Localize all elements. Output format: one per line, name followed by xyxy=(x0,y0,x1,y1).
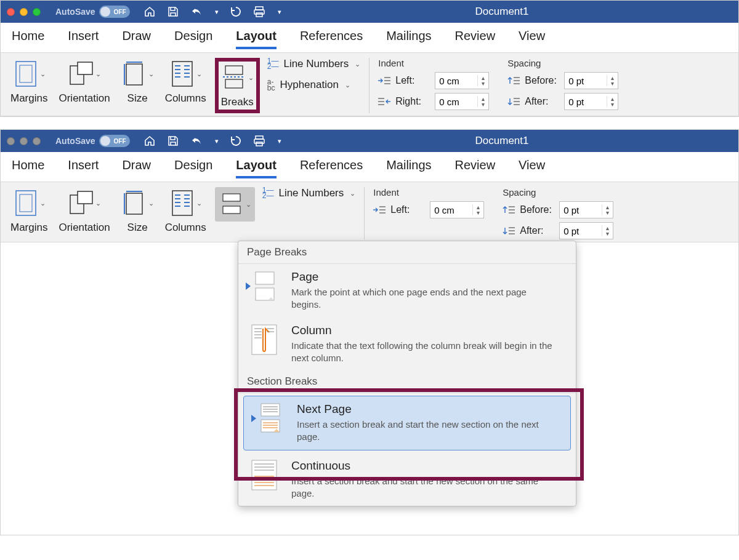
minimize-window-button[interactable] xyxy=(20,8,28,16)
page-breaks-header: Page Breaks xyxy=(238,241,576,264)
indent-right-input[interactable]: ▴▾ xyxy=(435,93,489,110)
margins-button[interactable]: ⌄ Margins xyxy=(8,58,50,106)
size-button[interactable]: ⌄ Size xyxy=(119,58,156,106)
tab-view[interactable]: View xyxy=(519,29,545,47)
tab-view[interactable]: View xyxy=(519,158,545,176)
undo-icon[interactable] xyxy=(190,6,203,18)
hyphenation-icon: a-bc xyxy=(267,79,275,91)
close-window-button[interactable] xyxy=(7,8,15,16)
tab-mailings[interactable]: Mailings xyxy=(386,29,431,47)
tab-review[interactable]: Review xyxy=(455,29,496,47)
indent-left-input[interactable]: ▴▾ xyxy=(430,201,484,218)
line-numbers-button[interactable]: 1—2— Line Numbers ⌄ xyxy=(262,187,356,199)
home-icon[interactable] xyxy=(143,6,156,18)
spacing-before-input[interactable]: ▴▾ xyxy=(559,201,613,218)
indent-left-icon xyxy=(378,76,390,86)
chevron-down-icon: ⌄ xyxy=(196,70,202,78)
tab-review[interactable]: Review xyxy=(455,158,496,176)
break-page-desc: Mark the point at which one page ends an… xyxy=(291,286,556,311)
separator xyxy=(364,187,365,239)
margins-button[interactable]: ⌄ Margins xyxy=(8,187,50,235)
chevron-down-icon: ⌄ xyxy=(95,199,101,207)
titlebar: AutoSave OFF ▾ ▾ Document1 xyxy=(1,130,738,152)
undo-dropdown[interactable]: ▾ xyxy=(215,137,219,145)
print-icon[interactable] xyxy=(253,6,265,18)
page-setup-group: ⌄ Margins ⌄ Orientation ⌄ Size xyxy=(8,58,260,113)
tab-references[interactable]: References xyxy=(300,29,363,47)
chevron-down-icon: ⌄ xyxy=(345,81,350,89)
repeat-icon[interactable] xyxy=(230,6,242,18)
home-icon[interactable] xyxy=(143,135,156,147)
repeat-icon[interactable] xyxy=(230,135,242,147)
svg-rect-7 xyxy=(126,64,142,85)
chevron-down-icon: ⌄ xyxy=(350,190,355,198)
tab-draw[interactable]: Draw xyxy=(122,29,151,47)
svg-rect-6 xyxy=(78,62,92,74)
margins-icon xyxy=(13,59,39,89)
chevron-down-icon: ⌄ xyxy=(148,70,154,78)
spacing-after-input[interactable]: ▴▾ xyxy=(564,93,618,110)
svg-rect-66 xyxy=(252,325,277,354)
spacing-after-input[interactable]: ▴▾ xyxy=(559,222,613,239)
line-numbers-button[interactable]: 1—2— Line Numbers ⌄ xyxy=(267,58,361,70)
spacing-before-icon xyxy=(507,76,520,86)
columns-button[interactable]: ⌄ Columns xyxy=(163,58,209,106)
tab-home[interactable]: Home xyxy=(12,158,44,176)
maximize-window-button[interactable] xyxy=(33,137,41,145)
tab-draw[interactable]: Draw xyxy=(122,158,151,176)
indent-right-icon xyxy=(378,97,390,106)
hyphenation-button[interactable]: a-bc Hyphenation ⌄ xyxy=(267,79,361,91)
undo-icon[interactable] xyxy=(190,135,203,147)
save-icon[interactable] xyxy=(167,135,179,147)
section-breaks-header: Section Breaks xyxy=(238,370,576,393)
spacing-after-label: After: xyxy=(520,225,554,236)
svg-rect-64 xyxy=(256,272,274,284)
autosave-toggle[interactable]: OFF xyxy=(99,135,130,147)
svg-rect-40 xyxy=(78,191,92,204)
break-next-page-desc: Insert a section break and start the new… xyxy=(297,418,562,444)
breaks-button-active[interactable]: ⌄ xyxy=(215,187,255,222)
line-numbers-icon: 1—2— xyxy=(267,58,279,70)
close-window-button[interactable] xyxy=(7,137,15,145)
customize-toolbar-icon[interactable]: ▾ xyxy=(278,8,281,16)
tab-design[interactable]: Design xyxy=(174,29,212,47)
line-numbers-label: Line Numbers xyxy=(283,58,349,70)
chevron-down-icon: ⌄ xyxy=(95,70,101,78)
indent-left-input[interactable]: ▴▾ xyxy=(435,72,489,89)
svg-rect-20 xyxy=(225,79,243,88)
print-icon[interactable] xyxy=(253,135,265,147)
break-page-item[interactable]: Page Mark the point at which one page en… xyxy=(238,264,576,318)
chevron-down-icon: ⌄ xyxy=(248,74,254,82)
undo-dropdown[interactable]: ▾ xyxy=(215,8,219,16)
tab-insert[interactable]: Insert xyxy=(68,29,99,47)
break-column-item[interactable]: Column Indicate that the text following … xyxy=(238,318,576,371)
size-button[interactable]: ⌄ Size xyxy=(119,187,156,235)
customize-toolbar-icon[interactable]: ▾ xyxy=(278,137,281,145)
tab-design[interactable]: Design xyxy=(174,158,212,176)
tab-layout[interactable]: Layout xyxy=(236,158,277,178)
orientation-button[interactable]: ⌄ Orientation xyxy=(56,187,112,235)
orientation-icon xyxy=(68,59,94,89)
break-next-page-item[interactable]: Next Page Insert a section break and sta… xyxy=(243,396,571,450)
autosave-state: OFF xyxy=(114,9,126,15)
spacing-before-input[interactable]: ▴▾ xyxy=(564,72,618,89)
save-icon[interactable] xyxy=(167,6,179,18)
maximize-window-button[interactable] xyxy=(33,8,41,16)
tab-insert[interactable]: Insert xyxy=(68,158,99,176)
minimize-window-button[interactable] xyxy=(20,137,28,145)
tab-mailings[interactable]: Mailings xyxy=(386,158,431,176)
tab-layout[interactable]: Layout xyxy=(236,29,277,49)
autosave-toggle[interactable]: OFF xyxy=(99,6,130,18)
break-continuous-item[interactable]: Continuous Insert a section break and st… xyxy=(238,453,576,506)
breaks-button[interactable]: ⌄ Breaks xyxy=(215,58,260,113)
svg-rect-53 xyxy=(223,194,240,201)
columns-button[interactable]: ⌄ Columns xyxy=(163,187,209,235)
tab-home[interactable]: Home xyxy=(12,29,44,47)
tab-references[interactable]: References xyxy=(300,158,363,176)
size-icon xyxy=(121,188,147,218)
traffic-lights xyxy=(7,8,41,16)
line-numbers-icon: 1—2— xyxy=(262,188,274,199)
break-next-page-title: Next Page xyxy=(297,402,562,416)
svg-rect-38 xyxy=(20,194,32,212)
orientation-button[interactable]: ⌄ Orientation xyxy=(56,58,112,106)
